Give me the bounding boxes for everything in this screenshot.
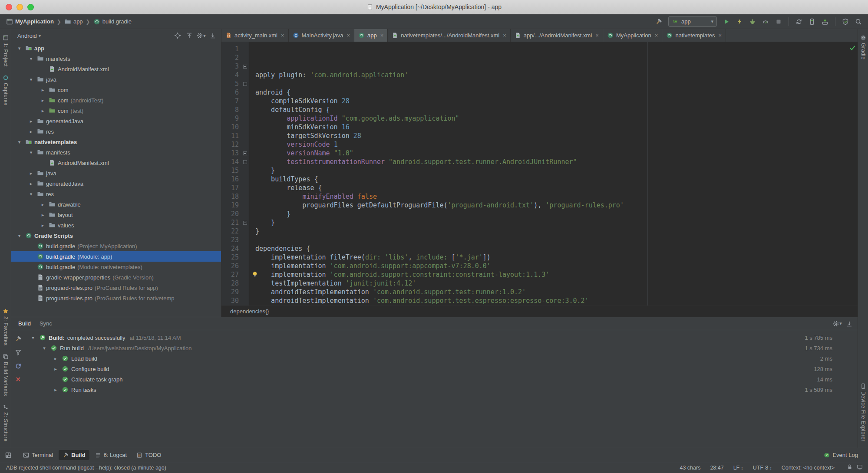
project-tree-item-proguard-rules-pro-proguard-rules-for-nativetemp[interactable]: proguard-rules.pro(ProGuard Rules for na… bbox=[11, 293, 221, 303]
project-tree-item-gradle-wrapper-properties-gradle-version[interactable]: gradle-wrapper.properties(Gradle Version… bbox=[11, 272, 221, 282]
tree-expanded-arrow-icon[interactable]: ▾ bbox=[16, 139, 23, 145]
tool-window-button-todo[interactable]: TODO bbox=[132, 450, 165, 460]
code-line[interactable]: testImplementation 'junit:junit:4.12' bbox=[255, 279, 858, 288]
project-tree-item-build-gradle-project-myapplication[interactable]: build.gradle(Project: MyApplication) bbox=[11, 241, 221, 251]
tree-collapsed-arrow-icon[interactable]: ▸ bbox=[39, 98, 46, 103]
tool-window-button-6-logcat[interactable]: 6: Logcat bbox=[91, 450, 131, 460]
close-tab-icon[interactable]: × bbox=[380, 32, 384, 39]
code-line[interactable]: buildTypes { bbox=[255, 175, 858, 184]
tree-collapsed-arrow-icon[interactable]: ▸ bbox=[52, 356, 59, 361]
editor-tab-mainactivity-java[interactable]: CMainActivity.java× bbox=[289, 29, 354, 42]
tree-collapsed-arrow-icon[interactable]: ▸ bbox=[39, 87, 46, 93]
minimize-window-button[interactable] bbox=[17, 4, 23, 10]
inspections-ok-icon[interactable] bbox=[849, 44, 856, 51]
project-tree-item-app[interactable]: ▾app bbox=[11, 43, 221, 53]
build-tree-row-load-build[interactable]: ▸Load build2 ms bbox=[25, 353, 858, 364]
project-view-selector[interactable]: Android bbox=[17, 33, 37, 39]
editor-tab-nativetemplates[interactable]: nativetemplates× bbox=[662, 29, 726, 42]
close-tab-icon[interactable]: × bbox=[347, 32, 350, 39]
tree-collapsed-arrow-icon[interactable]: ▸ bbox=[27, 181, 35, 187]
code-line[interactable] bbox=[255, 236, 858, 244]
tree-expanded-arrow-icon[interactable]: ▾ bbox=[16, 233, 23, 239]
code-line[interactable]: } bbox=[255, 166, 858, 175]
breadcrumb-item-myapplication[interactable]: MyApplication bbox=[6, 18, 54, 25]
tool-window-switcher-button[interactable] bbox=[3, 450, 13, 460]
sync-project-gradle-button[interactable] bbox=[794, 16, 804, 27]
tool-button-gradle[interactable]: Gradle bbox=[860, 31, 866, 63]
collapse-all-button[interactable] bbox=[185, 32, 193, 39]
code-line[interactable]: } bbox=[255, 218, 858, 227]
zoom-window-button[interactable] bbox=[27, 4, 34, 10]
project-tree-item-layout[interactable]: ▸layout bbox=[11, 210, 221, 220]
highlighting-level-button[interactable] bbox=[857, 464, 863, 471]
code-line[interactable]: versionName "1.0" bbox=[255, 149, 858, 158]
fold-marker-icon[interactable] bbox=[243, 82, 247, 86]
intention-bulb-icon[interactable] bbox=[251, 271, 258, 278]
tree-expanded-arrow-icon[interactable]: ▾ bbox=[30, 335, 36, 341]
project-tree-item-drawable[interactable]: ▸drawable bbox=[11, 199, 221, 210]
tree-expanded-arrow-icon[interactable]: ▾ bbox=[27, 77, 35, 82]
project-structure-button[interactable] bbox=[840, 16, 851, 27]
build-tree-row-run-build[interactable]: ▾Run build/Users/jweisbaum/Desktop/MyApp… bbox=[25, 343, 858, 353]
build-panel-tab-sync[interactable]: Sync bbox=[40, 320, 52, 327]
tool-button-2-favorites[interactable]: 2: Favorites bbox=[3, 304, 9, 350]
code-line[interactable]: testInstrumentationRunner "android.suppo… bbox=[255, 158, 858, 166]
breadcrumb-item-build-gradle[interactable]: build.gradle bbox=[93, 18, 132, 25]
fold-marker-icon[interactable] bbox=[243, 221, 247, 225]
code-line[interactable]: targetSdkVersion 28 bbox=[255, 131, 858, 140]
debug-button[interactable] bbox=[747, 16, 758, 27]
project-tree-item-generatedjava[interactable]: ▸generatedJava bbox=[11, 116, 221, 126]
status-widget-28-47[interactable]: 28:47 bbox=[710, 465, 723, 471]
tree-collapsed-arrow-icon[interactable]: ▸ bbox=[52, 387, 59, 393]
tool-window-button-event-log[interactable]: 2Event Log bbox=[820, 450, 862, 460]
hide-build-panel-button[interactable] bbox=[845, 320, 853, 328]
tool-button-build-variants[interactable]: Build Variants bbox=[3, 350, 9, 400]
project-tree-item-gradle-scripts[interactable]: ▾Gradle Scripts bbox=[11, 230, 221, 241]
code-line[interactable]: } bbox=[255, 227, 858, 236]
build-settings-button[interactable]: ▾ bbox=[833, 320, 841, 328]
project-tree-item-nativetemplates[interactable]: ▾nativetemplates bbox=[11, 137, 221, 147]
project-tree-item-java[interactable]: ▸java bbox=[11, 168, 221, 178]
code-line[interactable]: androidTestImplementation 'com.android.s… bbox=[255, 296, 858, 305]
code-line[interactable]: dependencies { bbox=[255, 244, 858, 253]
profile-button[interactable] bbox=[760, 16, 771, 27]
tool-button-z-structure[interactable]: Z: Structure bbox=[3, 400, 9, 445]
tree-collapsed-arrow-icon[interactable]: ▸ bbox=[39, 212, 46, 218]
filter-build-output-button[interactable] bbox=[14, 348, 23, 357]
fold-marker-icon[interactable] bbox=[243, 160, 247, 164]
editor-tab-app[interactable]: app× bbox=[354, 29, 388, 42]
code-line[interactable]: versionCode 1 bbox=[255, 140, 858, 149]
code-line[interactable]: implementation project(':nativetemplates… bbox=[255, 305, 858, 305]
code-line[interactable]: android { bbox=[255, 88, 858, 97]
code-line[interactable]: minSdkVersion 16 bbox=[255, 123, 858, 131]
write-lock-button[interactable] bbox=[847, 464, 853, 471]
code-line[interactable]: minifyEnabled false bbox=[255, 192, 858, 201]
project-tree-item-res[interactable]: ▸res bbox=[11, 126, 221, 137]
make-project-button[interactable] bbox=[653, 16, 664, 27]
project-tree-item-androidmanifest-xml[interactable]: AndroidManifest.xml bbox=[11, 64, 221, 74]
editor-tab-nativetemplates-androidmanifest-xml[interactable]: nativetemplates/.../AndroidManifest.xml× bbox=[388, 29, 510, 42]
project-settings-button[interactable]: ▾ bbox=[197, 32, 205, 39]
avd-manager-button[interactable] bbox=[807, 16, 817, 27]
hide-panel-button[interactable] bbox=[209, 32, 217, 39]
tool-window-button-terminal[interactable]: Terminal bbox=[19, 450, 57, 460]
code-line[interactable]: implementation 'com.android.support.cons… bbox=[255, 270, 858, 279]
code-line[interactable]: } bbox=[255, 210, 858, 218]
tool-button-1-project[interactable]: 1: Project bbox=[3, 31, 9, 71]
tool-button-device-file-explorer[interactable]: Device File Explorer bbox=[860, 379, 866, 445]
project-tree-item-com[interactable]: ▸com bbox=[11, 85, 221, 95]
close-tab-icon[interactable]: × bbox=[719, 32, 722, 39]
editor-tab-myapplication[interactable]: MyApplication× bbox=[603, 29, 663, 42]
project-tree-item-androidmanifest-xml[interactable]: AndroidManifest.xml bbox=[11, 158, 221, 168]
project-tree-item-build-gradle-module-nativetemplates[interactable]: build.gradle(Module: nativetemplates) bbox=[11, 262, 221, 272]
code-line[interactable]: androidTestImplementation 'com.android.s… bbox=[255, 288, 858, 296]
tree-collapsed-arrow-icon[interactable]: ▸ bbox=[39, 202, 46, 207]
code-line[interactable]: applicationId "com.google.ads.myapplicat… bbox=[255, 114, 858, 123]
code-line[interactable]: defaultConfig { bbox=[255, 105, 858, 114]
tree-expanded-arrow-icon[interactable]: ▾ bbox=[16, 46, 23, 51]
project-tree-item-proguard-rules-pro-proguard-rules-for-app[interactable]: proguard-rules.pro(ProGuard Rules for ap… bbox=[11, 282, 221, 293]
sdk-manager-button[interactable] bbox=[820, 16, 830, 27]
code-editor[interactable]: apply plugin: 'com.android.application'a… bbox=[249, 42, 858, 305]
tree-expanded-arrow-icon[interactable]: ▾ bbox=[41, 345, 48, 351]
close-window-button[interactable] bbox=[6, 4, 12, 10]
